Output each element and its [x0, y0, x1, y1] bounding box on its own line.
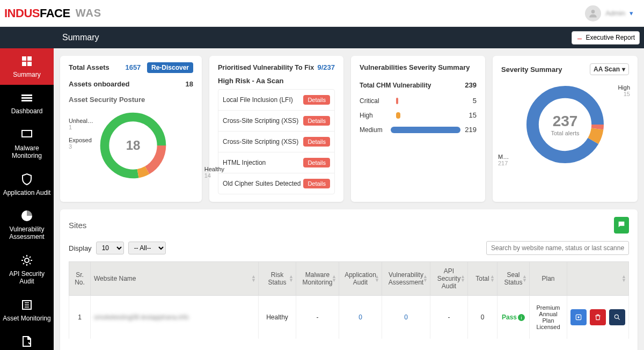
cell-app[interactable]: 0: [339, 296, 382, 339]
vuln-severity-card: Vulnerabilities Severity Summary Total C…: [351, 56, 485, 202]
chevron-down-icon: ▾: [622, 65, 625, 73]
rediscover-button[interactable]: Re-Discover: [147, 62, 193, 73]
summary-icon: [20, 55, 33, 68]
svg-rect-7: [21, 100, 32, 101]
info-icon[interactable]: i: [518, 314, 525, 321]
sidebar-item-reports[interactable]: Reports: [0, 329, 54, 350]
svg-rect-1: [22, 56, 26, 61]
col-api[interactable]: API Security Audit▲▼: [430, 262, 468, 296]
cell-api: -: [430, 296, 468, 339]
priority-count[interactable]: 9/237: [317, 63, 335, 71]
sites-title: Sites: [69, 221, 86, 230]
sidebar-item-api-audit[interactable]: API Security Audit: [0, 247, 54, 292]
filter-select[interactable]: -- All--: [128, 242, 166, 254]
footer-text: Copyright © 2024 Indusface All rights re…: [69, 346, 629, 350]
scan-select[interactable]: AA Scan ▾: [590, 63, 629, 75]
user-menu[interactable]: Admin ▾: [585, 5, 633, 21]
sidebar-item-asset-mon[interactable]: Asset Monitoring: [0, 292, 54, 329]
posture-center-value: 18: [96, 138, 171, 153]
sev-medium-val: 219: [465, 126, 477, 134]
col-vuln[interactable]: Vulnerability Assessment▲▼: [382, 262, 430, 296]
priority-item-label: Old Cipher Suites Detected: [223, 180, 301, 187]
sev-critical-bar: [396, 98, 398, 104]
sidebar-item-malware[interactable]: Malware Monitoring: [0, 122, 54, 166]
col-total[interactable]: Total▲▼: [468, 262, 497, 296]
cell-name[interactable]: smoketesting08.testapptrana.info: [91, 296, 259, 339]
col-plan[interactable]: Plan: [530, 262, 567, 296]
cell-malware: -: [296, 296, 339, 339]
total-assets-value[interactable]: 1657: [125, 63, 141, 71]
total-assets-label: Total Assets: [69, 63, 109, 71]
dashboard-icon: [20, 91, 33, 104]
avatar-icon: [585, 5, 601, 21]
cell-actions: [567, 296, 629, 339]
priority-item-label: HTML Injection: [223, 159, 266, 166]
top-bar: INDUSFACE WAS Admin ▾: [0, 0, 644, 27]
priority-list: Local File Inclusion (LFI) Details Cross…: [218, 89, 335, 194]
priority-item-label: Cross-Site Scripting (XSS): [223, 138, 298, 145]
svg-point-0: [591, 10, 595, 13]
message-icon[interactable]: [614, 217, 629, 234]
logo: INDUSFACE WAS: [4, 6, 101, 20]
sev-critical-label: Critical: [360, 97, 392, 105]
monitor-icon: [20, 128, 33, 141]
action-delete-button[interactable]: [590, 309, 606, 325]
sidebar-label: Dashboard: [11, 107, 43, 115]
svg-rect-6: [21, 97, 32, 99]
col-app[interactable]: Application Audit▲▼: [339, 262, 382, 296]
details-button[interactable]: Details: [303, 137, 330, 147]
cell-risk: Healthy: [259, 296, 296, 339]
cell-vuln[interactable]: 0: [382, 296, 430, 339]
col-malware[interactable]: Malware Monitoring▲▼: [296, 262, 339, 296]
logo-red: INDUS: [4, 6, 40, 20]
leg-exposed-val: 3: [69, 143, 72, 150]
leg-unhealthy: Unheal…: [69, 118, 93, 124]
col-sr[interactable]: Sr. No.: [69, 262, 91, 296]
logo-was: WAS: [76, 7, 102, 19]
shield-icon: [20, 173, 33, 186]
sites-card: Sites Display 10 -- All-- Sr. No. Websit…: [60, 209, 638, 350]
sev-medium-bar: [391, 127, 460, 133]
cell-total: 0: [468, 296, 497, 339]
total-chm-value: 239: [465, 81, 477, 89]
severity-donut: 237 Total alerts High 15 M… 217: [501, 82, 629, 167]
priority-row: Cross-Site Scripting (XSS) Details: [218, 111, 334, 132]
display-select[interactable]: 10: [96, 242, 124, 254]
leg-unhealthy-val: 1: [69, 124, 72, 130]
leg-m-val: 217: [498, 160, 508, 166]
col-risk[interactable]: Risk Status▲▼: [259, 262, 296, 296]
details-button[interactable]: Details: [303, 95, 330, 105]
executive-report-button[interactable]: Executive Report: [572, 31, 640, 45]
download-icon: [576, 34, 583, 42]
svg-point-18: [577, 316, 580, 318]
cell-plan: Premium Annual Plan Licensed: [530, 296, 567, 339]
action-view-button[interactable]: [570, 309, 587, 325]
onboarded-label: Assets onboarded: [69, 80, 129, 88]
priority-row: Old Cipher Suites Detected Details: [218, 173, 334, 194]
action-scan-button[interactable]: [609, 309, 625, 325]
col-seal[interactable]: Seal Status▲▼: [497, 262, 530, 296]
details-button[interactable]: Details: [303, 116, 330, 126]
sidebar-item-vuln-assess[interactable]: Vulnerability Assessment: [0, 203, 54, 247]
sidebar-label: Application Audit: [3, 189, 51, 196]
user-name: Admin: [605, 9, 625, 17]
details-button[interactable]: Details: [303, 158, 330, 167]
svg-rect-3: [22, 62, 26, 66]
sidebar: Summary Dashboard Malware Monitoring App…: [0, 48, 54, 350]
sidebar-item-dashboard[interactable]: Dashboard: [0, 85, 54, 121]
sidebar-item-app-audit[interactable]: Application Audit: [0, 166, 54, 203]
sidebar-item-summary[interactable]: Summary: [0, 48, 54, 85]
display-label: Display: [69, 244, 92, 252]
leg-healthy: Healthy: [204, 166, 224, 172]
sev-summary-title: Severity Summary: [501, 65, 562, 74]
priority-subtitle: High Risk - Aa Scan: [218, 77, 335, 85]
svg-rect-2: [27, 56, 32, 61]
chevron-down-icon[interactable]: ▾: [630, 9, 633, 17]
posture-title: Asset Security Posture: [69, 96, 193, 104]
sev-high-label: High: [360, 112, 392, 119]
leg-healthy-val: 14: [204, 172, 211, 179]
col-name[interactable]: Website Name▲▼: [91, 262, 259, 296]
sev-critical-val: 5: [473, 97, 477, 105]
search-input[interactable]: [486, 241, 629, 255]
details-button[interactable]: Details: [303, 179, 330, 188]
